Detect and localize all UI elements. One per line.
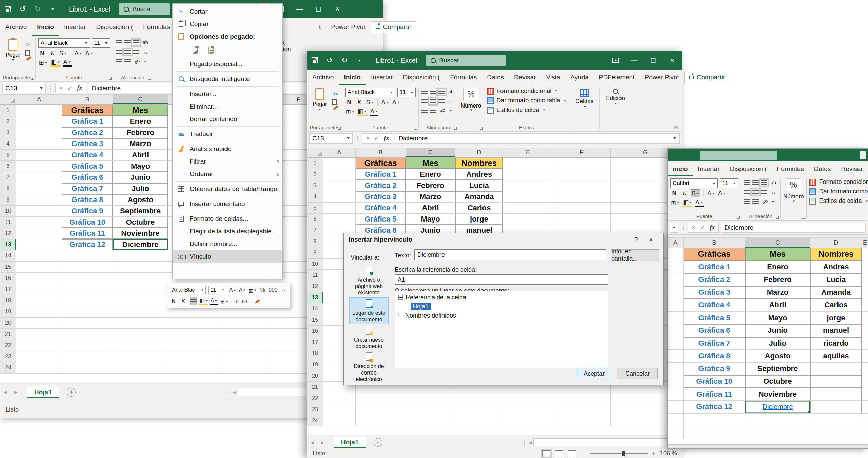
row-header-19[interactable]: 19 <box>307 359 323 370</box>
increase-decimal-button[interactable]: .00→ <box>241 297 251 305</box>
menu-item-obtener-datos-de-tabla-rango[interactable]: Obtener datos de Tabla/Rango... <box>173 183 282 195</box>
cut-icon[interactable]: ✂ <box>332 90 339 98</box>
font-color-button[interactable]: A <box>370 108 378 116</box>
close-button[interactable]: × <box>328 0 347 18</box>
cell-B13[interactable]: Gráfica 12 <box>684 401 745 413</box>
cell-F6[interactable] <box>553 214 611 225</box>
cell-A10[interactable] <box>16 206 62 216</box>
middle-tab-f-rmulas[interactable]: Fórmulas <box>445 70 482 85</box>
cell-C13[interactable]: Diciembre <box>113 239 168 250</box>
cell-C3[interactable]: Febrero <box>406 180 455 191</box>
increase-indent-icon[interactable] <box>124 59 131 64</box>
fill-color-button[interactable]: ◧ <box>357 108 368 116</box>
align-top-icon[interactable] <box>116 40 122 45</box>
borders-button[interactable]: ⊞ <box>345 108 355 116</box>
row-header-20[interactable]: 20 <box>0 318 16 328</box>
cell-C15[interactable] <box>745 426 810 439</box>
horizontal-scrollbar[interactable] <box>533 438 679 446</box>
normal-view-icon[interactable] <box>542 450 550 457</box>
cancel-icon[interactable]: × <box>366 135 370 142</box>
text-input[interactable]: Diciembre <box>414 249 606 260</box>
font-name-select[interactable]: Arial Black <box>38 38 90 48</box>
quick-access-more-button[interactable] <box>45 2 60 16</box>
cell-C8[interactable]: Julio <box>113 183 168 194</box>
formula-input[interactable]: Diciembre <box>395 133 680 144</box>
cell-D20[interactable] <box>168 318 219 328</box>
increase-indent-icon[interactable] <box>430 109 436 113</box>
cell-E9[interactable] <box>862 350 868 362</box>
decrease-decimal-button[interactable]: ←.0 <box>231 297 239 305</box>
cell-E15[interactable] <box>862 426 868 439</box>
cell-B2[interactable]: Gráfica 1 <box>356 169 406 180</box>
cell-E14[interactable] <box>862 414 868 426</box>
borders-button[interactable]: ⊞ <box>38 59 48 67</box>
menu-item-borrar-contenido[interactable]: Borrar contenido <box>173 113 282 125</box>
middle-tab-ayuda[interactable]: Ayuda <box>565 70 594 85</box>
tree-sheet[interactable]: Hoja1 <box>398 303 605 310</box>
dialog-launcher-icon[interactable] <box>454 127 457 130</box>
row-header-5[interactable]: 5 <box>307 203 323 213</box>
cell-D24[interactable] <box>455 415 503 426</box>
cell-B5[interactable]: Gráfica 4 <box>684 299 745 311</box>
cell-E6[interactable] <box>503 214 553 225</box>
cell-A2[interactable] <box>16 116 62 127</box>
cell-E22[interactable] <box>503 393 553 404</box>
row-header-19[interactable]: 19 <box>0 306 16 317</box>
left-tab-disposici-n-[interactable]: Disposición ( <box>91 18 138 36</box>
close-button[interactable]: × <box>663 52 682 69</box>
cell-D13[interactable] <box>810 401 862 413</box>
row-header-4[interactable]: 4 <box>0 138 16 149</box>
cell-B6[interactable]: Gráfica 5 <box>356 214 406 225</box>
middle-tab-datos[interactable]: Datos <box>482 70 509 85</box>
paste-values-button[interactable] <box>205 44 217 56</box>
cell-A24[interactable] <box>16 362 62 373</box>
row-header-22[interactable]: 22 <box>0 340 16 351</box>
row-header-16[interactable]: 16 <box>307 326 323 337</box>
new-sheet-button[interactable]: + <box>67 388 76 397</box>
cell-D6[interactable]: jorge <box>455 214 503 225</box>
cell-A4[interactable] <box>668 286 684 299</box>
column-header-C[interactable]: C <box>406 148 455 157</box>
celdas-button[interactable]: Celdas <box>572 88 597 109</box>
cell-E22[interactable] <box>219 340 270 351</box>
align-left-icon[interactable] <box>744 190 750 194</box>
cell-B10[interactable]: Gráfica 9 <box>62 206 113 216</box>
column-header-A[interactable]: A <box>16 95 62 104</box>
align-bottom-icon[interactable] <box>133 40 139 45</box>
percent-style-button[interactable]: % <box>463 88 478 100</box>
share-button[interactable]: Compartir <box>684 72 730 83</box>
merge-center-button[interactable]: ↔ <box>769 188 777 196</box>
dialog-launcher-icon[interactable] <box>480 127 483 130</box>
middle-tab-insertar[interactable]: Insertar <box>366 70 398 85</box>
cell-B4[interactable]: Gráfica 3 <box>62 138 113 149</box>
italic-button[interactable]: K <box>180 297 187 305</box>
cell-C17[interactable] <box>113 284 168 295</box>
cell-A1[interactable] <box>323 158 356 169</box>
middle-tab-disposici-n-[interactable]: Disposición ( <box>398 70 445 85</box>
cell-C6[interactable]: Mayo <box>406 214 455 225</box>
percent-style-button[interactable]: % <box>786 178 801 191</box>
cell-C7[interactable]: Junio <box>745 324 810 337</box>
cell-E23[interactable] <box>503 404 553 415</box>
undo-button[interactable]: ↺ <box>322 54 337 67</box>
wrap-text-button[interactable]: ab <box>769 178 777 187</box>
cell-B18[interactable] <box>62 295 113 306</box>
column-header-E[interactable]: E <box>862 238 868 248</box>
right-tab-insertar[interactable]: Insertar <box>693 161 725 176</box>
cell-D3[interactable]: Lucia <box>455 180 503 191</box>
cell-A2[interactable] <box>323 169 356 180</box>
cell-B14[interactable] <box>62 250 113 261</box>
cell-C1[interactable]: Mes <box>406 158 455 169</box>
row-header-24[interactable]: 24 <box>307 415 323 426</box>
cell-E11[interactable] <box>862 375 868 388</box>
cell-D14[interactable] <box>810 414 862 426</box>
number-format-button[interactable]: ▦ <box>249 286 257 294</box>
cell-E1[interactable] <box>862 248 868 261</box>
cell-A6[interactable] <box>668 312 684 324</box>
dialog-help-button[interactable]: ? <box>629 236 644 244</box>
cell-B7[interactable]: Gráfica 6 <box>62 172 113 183</box>
cell-C5[interactable]: Abril <box>113 150 168 160</box>
borders-button[interactable]: ⊞ <box>220 297 228 305</box>
cell-F24[interactable] <box>553 415 611 426</box>
cell-E4[interactable] <box>862 286 868 299</box>
